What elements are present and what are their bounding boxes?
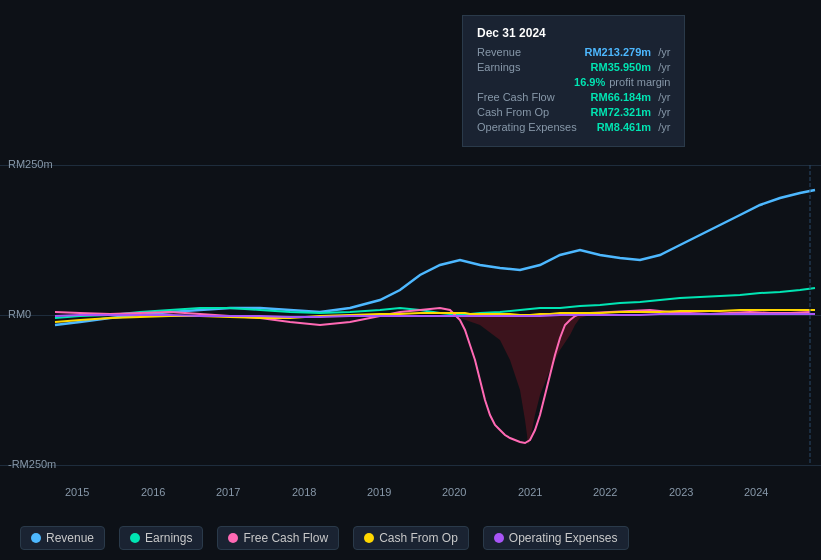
- tooltip-value-earnings: RM35.950m: [591, 61, 652, 73]
- tooltip-date: Dec 31 2024: [477, 26, 670, 40]
- legend-label-earnings: Earnings: [145, 531, 192, 545]
- x-label-2023: 2023: [669, 486, 693, 498]
- tooltip-row-earnings: Earnings RM35.950m /yr: [477, 61, 670, 73]
- x-label-2024: 2024: [744, 486, 768, 498]
- negative-area: [450, 315, 590, 445]
- tooltip-unit-cashop: /yr: [658, 106, 670, 118]
- legend-dot-opex: [494, 533, 504, 543]
- tooltip-unit-earnings: /yr: [658, 61, 670, 73]
- legend-label-opex: Operating Expenses: [509, 531, 618, 545]
- legend-item-revenue[interactable]: Revenue: [20, 526, 105, 550]
- x-label-2018: 2018: [292, 486, 316, 498]
- legend-label-fcf: Free Cash Flow: [243, 531, 328, 545]
- chart-svg: [0, 0, 821, 480]
- legend-label-cashop: Cash From Op: [379, 531, 458, 545]
- tooltip-label-revenue: Revenue: [477, 46, 521, 58]
- tooltip-value-opex: RM8.461m: [597, 121, 651, 133]
- tooltip-value-fcf: RM66.184m: [591, 91, 652, 103]
- x-label-2019: 2019: [367, 486, 391, 498]
- legend-dot-revenue: [31, 533, 41, 543]
- tooltip-row-revenue: Revenue RM213.279m /yr: [477, 46, 670, 58]
- tooltip-label-cashop: Cash From Op: [477, 106, 549, 118]
- x-label-2015: 2015: [65, 486, 89, 498]
- tooltip-row-opex: Operating Expenses RM8.461m /yr: [477, 121, 670, 133]
- tooltip-label-opex: Operating Expenses: [477, 121, 577, 133]
- x-label-2021: 2021: [518, 486, 542, 498]
- tooltip-unit-fcf: /yr: [658, 91, 670, 103]
- legend-dot-cashop: [364, 533, 374, 543]
- legend-item-opex[interactable]: Operating Expenses: [483, 526, 629, 550]
- x-label-2020: 2020: [442, 486, 466, 498]
- legend-item-fcf[interactable]: Free Cash Flow: [217, 526, 339, 550]
- revenue-line: [55, 190, 815, 325]
- chart-container: RM250m RM0 -RM250m 2015 2016 2017 2018 2…: [0, 0, 821, 560]
- tooltip-value-revenue: RM213.279m: [584, 46, 651, 58]
- free-cash-flow-line: [55, 308, 810, 443]
- tooltip-value-cashop: RM72.321m: [591, 106, 652, 118]
- legend-item-cashop[interactable]: Cash From Op: [353, 526, 469, 550]
- legend-label-revenue: Revenue: [46, 531, 94, 545]
- tooltip-unit-revenue: /yr: [658, 46, 670, 58]
- tooltip-label-earnings: Earnings: [477, 61, 520, 73]
- x-label-2022: 2022: [593, 486, 617, 498]
- tooltip-unit-opex: /yr: [658, 121, 670, 133]
- legend-dot-earnings: [130, 533, 140, 543]
- tooltip-row-fcf: Free Cash Flow RM66.184m /yr: [477, 91, 670, 103]
- tooltip-row-cashop: Cash From Op RM72.321m /yr: [477, 106, 670, 118]
- tooltip-profit-margin-row: 16.9% profit margin: [477, 76, 670, 88]
- x-label-2016: 2016: [141, 486, 165, 498]
- tooltip-label-fcf: Free Cash Flow: [477, 91, 555, 103]
- x-label-2017: 2017: [216, 486, 240, 498]
- legend-item-earnings[interactable]: Earnings: [119, 526, 203, 550]
- tooltip: Dec 31 2024 Revenue RM213.279m /yr Earni…: [462, 15, 685, 147]
- tooltip-margin-label: profit margin: [609, 76, 670, 88]
- legend-dot-fcf: [228, 533, 238, 543]
- tooltip-margin-value: 16.9%: [574, 76, 605, 88]
- svg-rect-0: [50, 0, 821, 480]
- legend: Revenue Earnings Free Cash Flow Cash Fro…: [20, 526, 629, 550]
